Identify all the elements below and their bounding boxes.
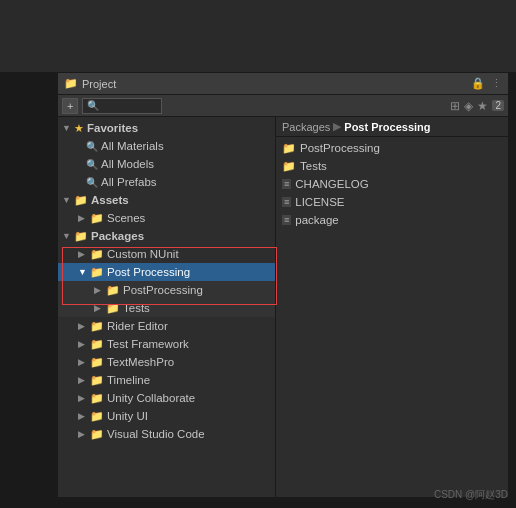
tree-item-all-prefabs[interactable]: 🔍 All Prefabs: [58, 173, 275, 191]
expand-arrow-postprocessing-sub: ▶: [94, 285, 106, 295]
expand-arrow-unity-collaborate: ▶: [78, 393, 90, 403]
folder-icon-unity-collaborate: 📁: [90, 392, 104, 405]
file-label-package: package: [295, 214, 338, 226]
tree-label-visual-studio-code: Visual Studio Code: [107, 428, 205, 440]
tree-label-all-prefabs: All Prefabs: [101, 176, 157, 188]
expand-arrow-timeline: ▶: [78, 375, 90, 385]
tree-item-scenes[interactable]: ▶ 📁 Scenes: [58, 209, 275, 227]
expand-arrow-textmeshpro: ▶: [78, 357, 90, 367]
tree-label-assets: Assets: [91, 194, 129, 206]
file-label-postprocessing: PostProcessing: [300, 142, 380, 154]
file-list: 📁 PostProcessing 📁 Tests ≡ CHANGELOG ≡ L…: [276, 137, 508, 497]
panel-tab[interactable]: 📁 Project: [64, 77, 116, 90]
expand-arrow-test-framework: ▶: [78, 339, 90, 349]
lock-icon[interactable]: 🔒: [471, 77, 485, 90]
file-item-postprocessing[interactable]: 📁 PostProcessing: [276, 139, 508, 157]
tree-item-favorites[interactable]: ▼ ★ Favorites: [58, 119, 275, 137]
expand-arrow-visual-studio-code: ▶: [78, 429, 90, 439]
folder-icon-file-postprocessing: 📁: [282, 142, 296, 155]
tree-label-favorites: Favorites: [87, 122, 138, 134]
breadcrumb-current: Post Processing: [344, 121, 430, 133]
tree-label-textmeshpro: TextMeshPro: [107, 356, 174, 368]
folder-icon-tests-sub: 📁: [106, 302, 120, 315]
tree-label-unity-ui: Unity UI: [107, 410, 148, 422]
folder-icon-unity-ui: 📁: [90, 410, 104, 423]
file-item-changelog[interactable]: ≡ CHANGELOG: [276, 175, 508, 193]
expand-arrow-unity-ui: ▶: [78, 411, 90, 421]
breadcrumb: Packages ▶ Post Processing: [276, 117, 508, 137]
panel-title: Project: [82, 78, 116, 90]
expand-arrow-tests-sub: ▶: [94, 303, 106, 313]
tree-label-test-framework: Test Framework: [107, 338, 189, 350]
search-icon-prefabs: 🔍: [86, 177, 98, 188]
file-item-license[interactable]: ≡ LICENSE: [276, 193, 508, 211]
search-box: 🔍: [82, 98, 162, 114]
tree-item-assets[interactable]: ▼ 📁 Assets: [58, 191, 275, 209]
tree-label-custom-nunit: Custom NUnit: [107, 248, 179, 260]
tree-label-rider-editor: Rider Editor: [107, 320, 168, 332]
expand-arrow-packages: ▼: [62, 231, 74, 241]
tree-label-unity-collaborate: Unity Collaborate: [107, 392, 195, 404]
folder-icon-test-framework: 📁: [90, 338, 104, 351]
tree-item-all-models[interactable]: 🔍 All Models: [58, 155, 275, 173]
menu-icon[interactable]: ⋮: [491, 77, 502, 90]
search-icon-models: 🔍: [86, 159, 98, 170]
folder-icon-file-tests: 📁: [282, 160, 296, 173]
tree-item-textmeshpro[interactable]: ▶ 📁 TextMeshPro: [58, 353, 275, 371]
folder-icon-rider-editor: 📁: [90, 320, 104, 333]
tree-item-packages[interactable]: ▼ 📁 Packages: [58, 227, 275, 245]
file-label-changelog: CHANGELOG: [295, 178, 369, 190]
folder-icon-postprocessing-sub: 📁: [106, 284, 120, 297]
badge[interactable]: 2: [492, 100, 504, 111]
folder-icon-assets: 📁: [74, 194, 88, 207]
star-filter-icon[interactable]: ★: [477, 99, 488, 113]
search-icon: 🔍: [87, 100, 99, 111]
expand-arrow-assets: ▼: [62, 195, 74, 205]
tree-item-rider-editor[interactable]: ▶ 📁 Rider Editor: [58, 317, 275, 335]
tree-label-all-models: All Models: [101, 158, 154, 170]
tree-item-all-materials[interactable]: 🔍 All Materials: [58, 137, 275, 155]
tree-label-post-processing: Post Processing: [107, 266, 190, 278]
file-panel-inner: Packages ▶ Post Processing 📁 PostProcess…: [276, 117, 508, 497]
watermark: CSDN @阿赵3D: [434, 488, 508, 502]
tree-item-test-framework[interactable]: ▶ 📁 Test Framework: [58, 335, 275, 353]
folder-icon-packages: 📁: [74, 230, 88, 243]
expand-arrow-custom-nunit: ▶: [78, 249, 90, 259]
expand-arrow-scenes: ▶: [78, 213, 90, 223]
add-button[interactable]: +: [62, 98, 78, 114]
folder-icon-textmeshpro: 📁: [90, 356, 104, 369]
tree-item-tests-sub[interactable]: ▶ 📁 Tests: [58, 299, 275, 317]
grid-icon[interactable]: ⊞: [450, 99, 460, 113]
text-icon-changelog: ≡: [282, 179, 291, 189]
breadcrumb-root[interactable]: Packages: [282, 121, 330, 133]
tree-item-custom-nunit[interactable]: ▶ 📁 Custom NUnit: [58, 245, 275, 263]
tree-label-tests-sub: Tests: [123, 302, 150, 314]
tree-label-packages: Packages: [91, 230, 144, 242]
folder-icon-custom-nunit: 📁: [90, 248, 104, 261]
tree-item-postprocessing-sub[interactable]: ▶ 📁 PostProcessing: [58, 281, 275, 299]
text-icon-license: ≡: [282, 197, 291, 207]
expand-arrow-post-processing: ▼: [78, 267, 90, 277]
file-item-tests[interactable]: 📁 Tests: [276, 157, 508, 175]
file-label-tests: Tests: [300, 160, 327, 172]
folder-icon-scenes: 📁: [90, 212, 104, 225]
panel-header: 📁 Project 🔒 ⋮: [58, 73, 508, 95]
tree-item-timeline[interactable]: ▶ 📁 Timeline: [58, 371, 275, 389]
folder-icon-visual-studio-code: 📁: [90, 428, 104, 441]
tree-item-unity-ui[interactable]: ▶ 📁 Unity UI: [58, 407, 275, 425]
tree-item-unity-collaborate[interactable]: ▶ 📁 Unity Collaborate: [58, 389, 275, 407]
tree-panel: ▼ ★ Favorites 🔍 All Materials 🔍 All Mode…: [58, 117, 276, 497]
top-bar: [0, 0, 516, 72]
file-item-package[interactable]: ≡ package: [276, 211, 508, 229]
filter-icon[interactable]: ◈: [464, 99, 473, 113]
tree-item-post-processing[interactable]: ▼ 📁 Post Processing: [58, 263, 275, 281]
tree-item-visual-studio-code[interactable]: ▶ 📁 Visual Studio Code: [58, 425, 275, 443]
project-panel: 📁 Project 🔒 ⋮ + 🔍 ⊞ ◈ ★ 2 ▼ ★ Fav: [57, 72, 509, 498]
tree-label-postprocessing-sub: PostProcessing: [123, 284, 203, 296]
search-input[interactable]: [101, 100, 157, 112]
folder-icon-small: 📁: [64, 77, 78, 90]
tree-label-all-materials: All Materials: [101, 140, 164, 152]
toolbar-right-icons: ⊞ ◈ ★ 2: [450, 99, 504, 113]
search-icon-materials: 🔍: [86, 141, 98, 152]
star-icon: ★: [74, 122, 84, 135]
